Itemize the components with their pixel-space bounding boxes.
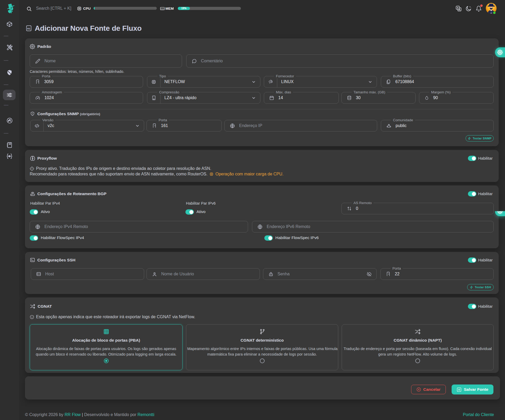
svg-text:01: 01 xyxy=(27,27,31,30)
